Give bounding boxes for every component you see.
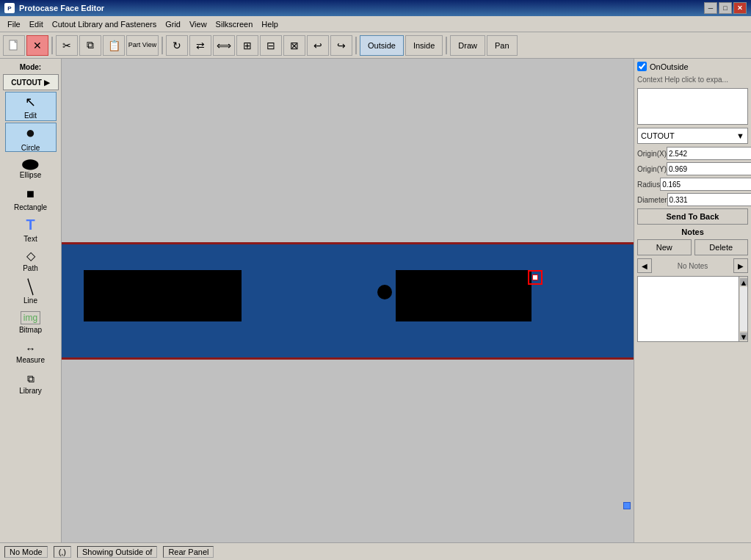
- rect-left-cutout: [84, 270, 242, 321]
- toolbar-cut-button[interactable]: ✂: [56, 35, 78, 56]
- context-help[interactable]: Context Help click to expa...: [637, 74, 748, 85]
- minimize-button[interactable]: ─: [704, 2, 717, 14]
- cursor-marker: [623, 502, 631, 509]
- bitmap-icon: img: [21, 311, 40, 324]
- library-icon: ⧉: [27, 373, 35, 385]
- toolbar-outside-button[interactable]: Outside: [360, 35, 404, 56]
- line-icon: ╱: [22, 278, 39, 295]
- mode-button[interactable]: CUTOUT ▶: [3, 74, 59, 90]
- toolbar-grid-button[interactable]: ⊞: [236, 35, 258, 56]
- tool-rectangle[interactable]: ■ Rectangle: [5, 184, 57, 214]
- toolbar-inside-button[interactable]: Inside: [405, 35, 443, 56]
- measure-icon: ↔: [26, 343, 36, 354]
- tool-bitmap-label: Bitmap: [19, 326, 42, 334]
- tool-circle[interactable]: ● Circle: [5, 123, 57, 152]
- selection-handle: [532, 274, 538, 280]
- tool-path[interactable]: ◇ Path: [5, 246, 57, 275]
- toolbar-pan-button[interactable]: Pan: [487, 35, 518, 56]
- radius-input[interactable]: [660, 178, 751, 191]
- diameter-row: Diameter: [637, 193, 748, 206]
- notes-scrollbar[interactable]: ▲ ▼: [739, 276, 748, 342]
- main-area: Mode: CUTOUT ▶ ↖ Edit ● Circle ⬤ Ellipse…: [0, 59, 751, 542]
- toolbar-snap-button[interactable]: ⊟: [260, 35, 282, 56]
- toolbar-separator-2: [162, 37, 163, 54]
- tool-edit-label: Edit: [24, 112, 37, 120]
- menu-view[interactable]: View: [185, 18, 211, 30]
- toolbar-redo-button[interactable]: ↪: [330, 35, 352, 56]
- cutout-dropdown[interactable]: CUTOUT ▼: [637, 128, 748, 144]
- toolbar-copy-button[interactable]: ⧉: [79, 35, 101, 56]
- toolbar-mirror-button[interactable]: ⟺: [213, 35, 235, 56]
- toolbar-paste-button[interactable]: 📋: [103, 35, 125, 56]
- send-to-back-button[interactable]: Send To Back: [637, 208, 748, 225]
- toolbar-part-view-button[interactable]: Part View: [126, 35, 159, 56]
- circle-icon: ●: [26, 123, 35, 142]
- tool-path-label: Path: [23, 264, 38, 272]
- toolbar-undo-button[interactable]: ↩: [307, 35, 329, 56]
- tool-measure[interactable]: ↔ Measure: [5, 338, 57, 368]
- title-bar-left: P Protocase Face Editor: [4, 3, 104, 13]
- origin-x-row: Origin(X): [637, 147, 748, 160]
- notes-next-button[interactable]: ▶: [733, 258, 748, 273]
- toolbar-draw-button[interactable]: Draw: [450, 35, 485, 56]
- radius-label: Radius: [637, 181, 660, 189]
- menu-cutout-library[interactable]: Cutout Library and Fasteners: [48, 18, 161, 30]
- right-sidebar: OnOutside Context Help click to expa... …: [634, 59, 751, 542]
- notes-new-button[interactable]: New: [637, 239, 692, 255]
- tool-ellipse-label: Ellipse: [20, 171, 41, 179]
- notes-prev-button[interactable]: ◀: [637, 258, 652, 273]
- tool-ellipse[interactable]: ⬤ Ellipse: [5, 153, 57, 183]
- toolbar-separator-3: [355, 37, 357, 54]
- menu-file[interactable]: File: [3, 18, 25, 30]
- toolbar-delete-button[interactable]: ✕: [26, 35, 48, 56]
- diameter-input[interactable]: [667, 193, 751, 206]
- notes-delete-button[interactable]: Delete: [694, 239, 749, 255]
- status-no-mode: No Mode: [4, 546, 48, 558]
- menu-grid[interactable]: Grid: [161, 18, 185, 30]
- canvas-area[interactable]: [62, 59, 634, 542]
- close-button[interactable]: ✕: [733, 2, 747, 14]
- window-controls: ─ □ ✕: [704, 2, 747, 14]
- path-icon: ◇: [26, 249, 35, 263]
- toolbar-flip-button[interactable]: ⇄: [189, 35, 211, 56]
- notes-title: Notes: [637, 228, 748, 236]
- left-sidebar: Mode: CUTOUT ▶ ↖ Edit ● Circle ⬤ Ellipse…: [0, 59, 62, 542]
- part-view-label: Part View: [128, 41, 156, 49]
- toolbar-new-button[interactable]: [3, 35, 25, 56]
- tool-text-label: Text: [23, 235, 37, 243]
- tool-edit[interactable]: ↖ Edit: [5, 92, 57, 121]
- menu-silkscreen[interactable]: Silkscreen: [211, 18, 258, 30]
- notes-buttons-row: New Delete: [637, 239, 748, 255]
- window-title: Protocase Face Editor: [19, 4, 104, 12]
- rect-right-cutout: [396, 270, 531, 321]
- context-help-area: [637, 88, 748, 125]
- title-bar: P Protocase Face Editor ─ □ ✕: [0, 0, 751, 16]
- tool-bitmap[interactable]: img Bitmap: [5, 308, 57, 337]
- tool-measure-label: Measure: [16, 356, 45, 364]
- origin-y-label: Origin(Y): [637, 165, 667, 173]
- tool-text[interactable]: T Text: [5, 215, 57, 244]
- origin-y-row: Origin(Y): [637, 162, 748, 175]
- circle-cutout: [377, 285, 392, 299]
- face-panel: [62, 242, 634, 360]
- notes-textarea[interactable]: [637, 276, 739, 342]
- on-outside-checkbox[interactable]: [637, 62, 647, 71]
- menu-edit[interactable]: Edit: [25, 18, 48, 30]
- toolbar-rotate-button[interactable]: ↻: [166, 35, 188, 56]
- tool-rectangle-label: Rectangle: [14, 203, 47, 211]
- status-showing: Showing Outside of: [77, 546, 157, 558]
- origin-x-input[interactable]: [667, 147, 751, 160]
- tool-library[interactable]: ⧉ Library: [5, 369, 57, 399]
- rectangle-icon: ■: [26, 186, 35, 202]
- radius-row: Radius: [637, 178, 748, 191]
- no-notes-text: No Notes: [653, 262, 732, 270]
- notes-area: ▲ ▼: [637, 276, 748, 342]
- edit-icon: ↖: [25, 94, 36, 110]
- diameter-label: Diameter: [637, 196, 667, 204]
- maximize-button[interactable]: □: [719, 2, 732, 14]
- origin-y-input[interactable]: [667, 162, 751, 175]
- menu-help[interactable]: Help: [257, 18, 283, 30]
- scrollbar-up: ▲: [740, 278, 747, 286]
- toolbar-align-button[interactable]: ⊠: [283, 35, 305, 56]
- tool-line[interactable]: ╱ Line: [5, 277, 57, 306]
